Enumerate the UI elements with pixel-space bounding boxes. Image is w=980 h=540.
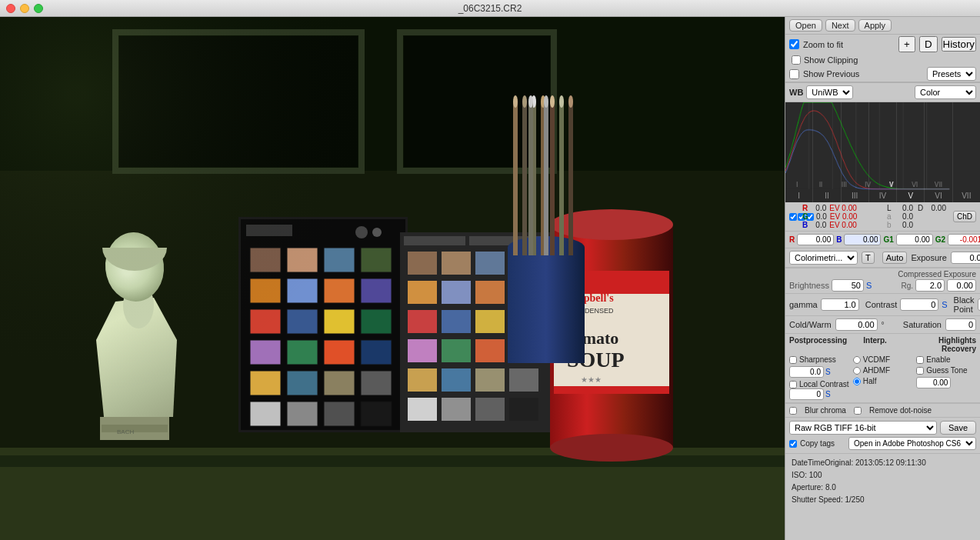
guess-tone-checkbox[interactable] <box>916 367 924 375</box>
close-button[interactable] <box>6 4 15 13</box>
interp-col: VCDMF AHDMF Half <box>853 355 913 400</box>
exposure-label: Exposure <box>911 253 946 262</box>
half-radio[interactable] <box>853 378 861 385</box>
g-value: 0.0 <box>810 212 827 221</box>
r-value: 0.0 <box>809 204 826 212</box>
interp-label: Interp. <box>851 336 899 353</box>
r-channel-input[interactable] <box>797 234 834 245</box>
hr-label: Highlights Recovery <box>903 336 976 353</box>
lc-input[interactable] <box>789 388 824 400</box>
remove-dot-checkbox[interactable] <box>854 407 862 415</box>
zone-5: V <box>897 102 925 202</box>
wb-label: WB <box>789 88 803 97</box>
brightness-s-link[interactable]: S <box>866 281 872 290</box>
ahdmf-radio[interactable] <box>853 367 861 375</box>
sharpness-col: Sharpness S Local Contrast S <box>789 355 849 400</box>
r-checkbox[interactable] <box>789 213 797 221</box>
bp-input[interactable] <box>978 298 980 311</box>
open-in-select[interactable]: Open in Adobe Photoshop CS6 <box>848 437 976 450</box>
enable-checkbox[interactable] <box>916 356 924 364</box>
sharpness-checkbox[interactable] <box>789 356 797 364</box>
r-label: R <box>802 204 808 212</box>
show-previous-label: Show Previous <box>803 69 859 78</box>
show-clipping-row: Show Clipping <box>785 54 980 66</box>
g1-channel-input[interactable] <box>896 234 933 245</box>
g2-ch-label: G2 <box>935 235 945 244</box>
r-ch-label: R <box>789 235 795 244</box>
half-label: Half <box>863 377 877 385</box>
ev-r: EV 0.00 <box>829 204 857 212</box>
color-select[interactable]: Color <box>915 85 976 99</box>
zoom-to-fit-label: Zoom to fit <box>803 40 843 49</box>
bp-label: Black Point <box>954 295 975 314</box>
gamma-label: gamma <box>789 300 818 309</box>
exif-iso: ISO: 100 <box>792 469 974 482</box>
lab-values: L 0.0 D 0.00 a 0.0 b 0.0 <box>887 204 946 229</box>
next-button[interactable]: Next <box>825 19 855 32</box>
g2-channel-input[interactable] <box>948 234 980 245</box>
b-value: 0.0 <box>809 221 826 229</box>
blur-chroma-label: Blur chroma <box>805 406 846 415</box>
zone-1: I <box>785 102 813 202</box>
copy-tags-checkbox[interactable] <box>789 440 797 448</box>
chd-button[interactable]: ChD <box>953 211 976 222</box>
minimize-button[interactable] <box>20 4 29 13</box>
lc-checkbox[interactable] <box>789 381 797 388</box>
vcdmf-label: VCDMF <box>863 355 891 364</box>
D-value: 0.00 <box>927 204 946 212</box>
output-format-select[interactable]: Raw RGB TIFF 16-bit <box>789 421 937 435</box>
ev-g: EV 0.00 <box>830 212 858 221</box>
comp-val-input[interactable] <box>947 279 976 292</box>
d-button[interactable]: D <box>919 36 938 52</box>
curve-type-select[interactable]: Colorimetri... <box>789 251 858 265</box>
hr-input[interactable] <box>916 377 951 388</box>
curve-type-row: Colorimetri... T Auto Exposure <box>785 248 980 268</box>
maximize-button[interactable] <box>34 4 43 13</box>
g-label: G <box>802 212 808 221</box>
blur-chroma-checkbox[interactable] <box>789 407 797 415</box>
zone-4: IV <box>869 102 897 202</box>
cw-section: Cold/Warm ° Saturation <box>785 315 980 334</box>
saturation-label: Saturation <box>903 320 942 329</box>
history-button[interactable]: History <box>942 37 976 52</box>
a-value: 0.0 <box>896 212 913 221</box>
contrast-s-link[interactable]: S <box>942 300 947 309</box>
rg-input[interactable] <box>915 279 945 292</box>
show-previous-checkbox[interactable] <box>789 69 799 79</box>
wb-select[interactable]: UniWB <box>806 85 853 99</box>
ahdmf-label: AHDMF <box>863 366 891 375</box>
gamma-input[interactable] <box>821 298 859 311</box>
rgbg-row: R B G1 G2 <box>785 232 980 248</box>
sharpness-label: Sharpness <box>799 355 836 364</box>
sharpness-input[interactable] <box>789 366 824 378</box>
comp-exp-section: Compressed Exposure Brightness S Rg. <box>785 268 980 293</box>
rgb-labels <box>789 213 798 221</box>
plus-button[interactable]: + <box>898 36 915 52</box>
enable-label: Enable <box>926 355 950 364</box>
show-clipping-checkbox[interactable] <box>792 55 801 65</box>
degree-symbol: ° <box>882 321 885 329</box>
saturation-input[interactable] <box>945 318 976 331</box>
top-toolbar: Open Next Apply <box>785 17 980 35</box>
rg-label: Rg. <box>901 282 913 290</box>
exposure-input[interactable] <box>951 252 980 264</box>
presets-select[interactable]: Presets <box>927 67 976 81</box>
titlebar: _06C3215.CR2 <box>0 0 980 17</box>
t-button[interactable]: T <box>862 252 875 264</box>
contrast-input[interactable] <box>900 298 938 311</box>
cw-input[interactable] <box>835 318 878 331</box>
zoom-to-fit-checkbox[interactable] <box>789 39 799 49</box>
apply-button[interactable]: Apply <box>858 19 892 32</box>
histogram-zones: I II III IV V VI VII <box>785 102 980 202</box>
auto-button[interactable]: Auto <box>882 252 908 264</box>
b-channel-input[interactable] <box>844 234 881 245</box>
open-button[interactable]: Open <box>789 19 822 32</box>
lc-label: Local Contrast <box>799 380 848 388</box>
brightness-input[interactable] <box>832 279 864 292</box>
vcdmf-radio[interactable] <box>853 356 861 364</box>
save-button[interactable]: Save <box>940 421 976 435</box>
output-section: Raw RGB TIFF 16-bit Save Copy tags Open … <box>785 418 980 454</box>
cw-label: Cold/Warm <box>789 320 832 329</box>
D-label: D <box>918 204 925 212</box>
b2-value: 0.0 <box>896 221 913 229</box>
